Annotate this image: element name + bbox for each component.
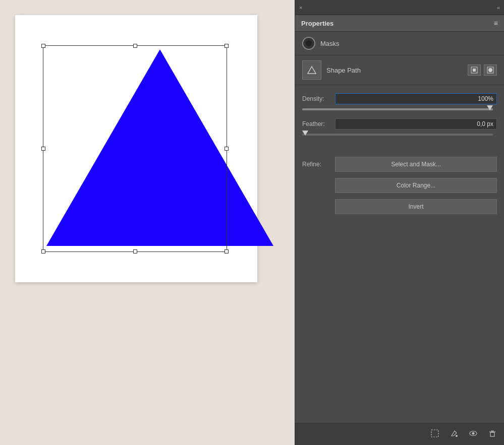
- properties-content: Density: Feather:: [295, 85, 504, 152]
- properties-panel: × « Properties ≡ Masks Shape Path +: [295, 0, 504, 445]
- shape-path-icon: [302, 60, 321, 80]
- masks-icon: [302, 37, 315, 50]
- handle-middle-right[interactable]: [225, 147, 229, 151]
- vector-mask-icon: [487, 67, 494, 74]
- eye-icon[interactable]: [467, 427, 480, 442]
- shape-path-actions: +: [468, 65, 497, 76]
- density-slider-track[interactable]: [302, 108, 493, 110]
- invert-button[interactable]: Invert: [335, 199, 497, 214]
- add-vector-mask-button[interactable]: [484, 65, 497, 76]
- panel-header: Properties ≡: [295, 15, 504, 32]
- add-pixel-mask-button[interactable]: +: [468, 65, 481, 76]
- pixel-mask-icon: +: [471, 67, 478, 74]
- panel-close-button[interactable]: ×: [299, 5, 302, 11]
- panel-collapse-button[interactable]: «: [497, 5, 500, 11]
- canvas-area: [0, 0, 295, 445]
- density-input[interactable]: [335, 93, 497, 104]
- color-range-button[interactable]: Color Range...: [335, 178, 497, 193]
- density-slider-row: [302, 108, 497, 110]
- masks-section: Masks: [295, 32, 504, 55]
- density-slider-thumb[interactable]: [487, 105, 493, 110]
- feather-label: Feather:: [302, 120, 335, 128]
- svg-rect-11: [490, 432, 494, 436]
- svg-point-10: [472, 432, 475, 434]
- density-label: Density:: [302, 95, 335, 102]
- handle-top-center[interactable]: [133, 44, 137, 48]
- selection-overlay: [43, 45, 227, 252]
- panel-title: Properties: [301, 20, 333, 27]
- svg-rect-2: [473, 69, 476, 72]
- svg-point-5: [488, 68, 492, 72]
- feather-input[interactable]: [335, 118, 497, 130]
- density-row: Density:: [302, 93, 497, 104]
- panel-spacer: [295, 225, 504, 423]
- handle-bottom-left[interactable]: [41, 249, 45, 253]
- feather-slider-track[interactable]: [302, 134, 493, 136]
- svg-marker-0: [308, 67, 316, 74]
- refine-label: Refine:: [302, 157, 335, 168]
- svg-rect-6: [431, 430, 438, 437]
- svg-point-8: [456, 435, 458, 437]
- feather-slider-row: [302, 134, 497, 136]
- svg-text:+: +: [477, 70, 478, 74]
- feather-row: Feather:: [302, 118, 497, 130]
- feather-slider-thumb[interactable]: [302, 131, 308, 136]
- select-and-mask-button[interactable]: Select and Mask...: [335, 157, 497, 172]
- panel-titlebar: × «: [295, 0, 504, 15]
- panel-menu-icon[interactable]: ≡: [494, 19, 498, 27]
- svg-rect-13: [491, 431, 493, 432]
- panel-bottom-toolbar: [295, 423, 504, 445]
- dotted-rect-icon[interactable]: [428, 427, 441, 442]
- refine-section: Refine: Select and Mask... Color Range..…: [295, 152, 504, 225]
- handle-bottom-center[interactable]: [133, 249, 137, 253]
- paint-bucket-icon[interactable]: [447, 427, 461, 442]
- triangle-icon: [307, 65, 317, 75]
- handle-top-left[interactable]: [41, 44, 45, 48]
- masks-label: Masks: [320, 40, 340, 47]
- masks-icon-inner: [306, 40, 312, 46]
- handle-top-right[interactable]: [225, 44, 229, 48]
- document-canvas: [15, 15, 257, 282]
- handle-bottom-right[interactable]: [225, 249, 229, 253]
- svg-marker-7: [452, 431, 457, 436]
- shape-path-section: Shape Path +: [295, 55, 504, 85]
- shape-path-label: Shape Path: [326, 67, 468, 74]
- density-slider-fill: [302, 108, 493, 110]
- trash-icon[interactable]: [486, 427, 499, 442]
- handle-middle-left[interactable]: [41, 147, 45, 151]
